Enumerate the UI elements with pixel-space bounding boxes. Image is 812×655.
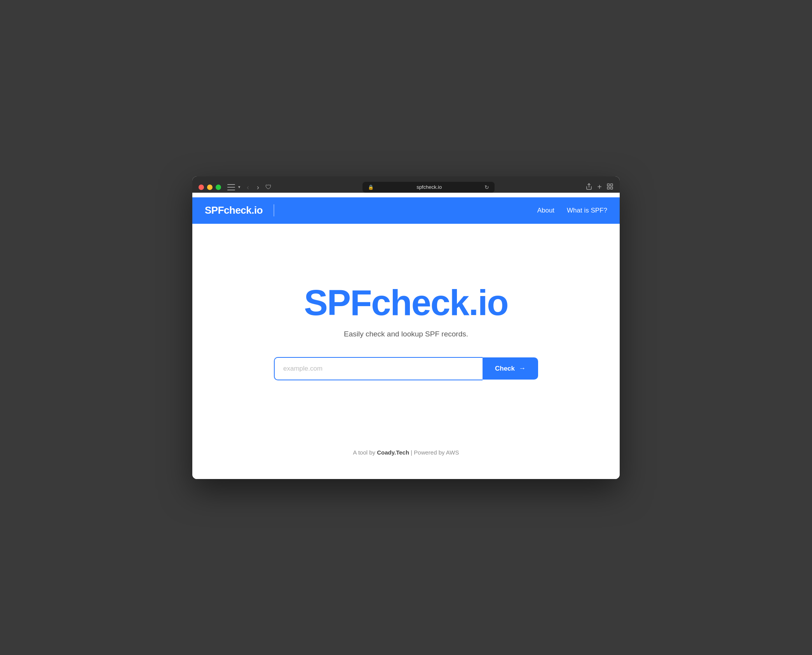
chevron-down-icon: ▾ (238, 185, 240, 190)
check-arrow-icon: → (519, 364, 526, 373)
site-navigation: SPFcheck.io About What is SPF? (192, 197, 620, 224)
address-bar-container: 🔒 spfcheck.io ↻ (276, 182, 581, 193)
hero-subtitle: Easily check and lookup SPF records. (344, 330, 468, 338)
browser-chrome: ▾ ‹ › 🛡 🔒 spfcheck.io ↻ (192, 176, 620, 193)
site-footer: A tool by Coady.Tech | Powered by AWS (192, 434, 620, 479)
domain-input[interactable] (274, 357, 483, 380)
shield-icon: 🛡 (265, 184, 272, 191)
svg-rect-2 (611, 184, 613, 186)
back-button[interactable]: ‹ (245, 183, 251, 192)
browser-titlebar: ▾ ‹ › 🛡 🔒 spfcheck.io ↻ (199, 182, 613, 193)
site-logo[interactable]: SPFcheck.io (205, 204, 274, 216)
nav-links: About What is SPF? (537, 207, 607, 214)
website-content: SPFcheck.io About What is SPF? SPFcheck.… (192, 197, 620, 479)
minimize-button[interactable] (207, 185, 213, 190)
traffic-lights (199, 185, 221, 190)
check-button-label: Check (495, 365, 515, 373)
address-bar[interactable]: 🔒 spfcheck.io ↻ (362, 182, 495, 193)
nav-link-about[interactable]: About (537, 207, 554, 214)
hero-title: SPFcheck.io (304, 285, 508, 321)
forward-button[interactable]: › (255, 183, 261, 192)
footer-prefix: A tool by (353, 449, 377, 456)
hero-section: SPFcheck.io Easily check and lookup SPF … (192, 224, 620, 434)
tab-overview-button[interactable] (606, 183, 613, 192)
sidebar-toggle-button[interactable] (227, 184, 235, 190)
svg-rect-4 (611, 187, 613, 189)
close-button[interactable] (199, 185, 204, 190)
browser-window: ▾ ‹ › 🛡 🔒 spfcheck.io ↻ (192, 176, 620, 479)
lock-icon: 🔒 (368, 185, 374, 190)
svg-rect-3 (607, 187, 609, 189)
footer-brand[interactable]: Coady.Tech (377, 449, 409, 456)
maximize-button[interactable] (216, 185, 221, 190)
nav-link-what-is-spf[interactable]: What is SPF? (567, 207, 607, 214)
url-text: spfcheck.io (377, 184, 481, 190)
browser-actions: + (585, 183, 613, 192)
new-tab-button[interactable]: + (597, 183, 602, 192)
footer-suffix: | Powered by AWS (409, 449, 459, 456)
share-button[interactable] (585, 183, 592, 192)
reload-icon[interactable]: ↻ (484, 184, 489, 190)
browser-controls: ▾ (227, 184, 240, 190)
check-button[interactable]: Check → (483, 357, 538, 380)
svg-rect-1 (607, 184, 609, 186)
search-form: Check → (274, 357, 538, 380)
